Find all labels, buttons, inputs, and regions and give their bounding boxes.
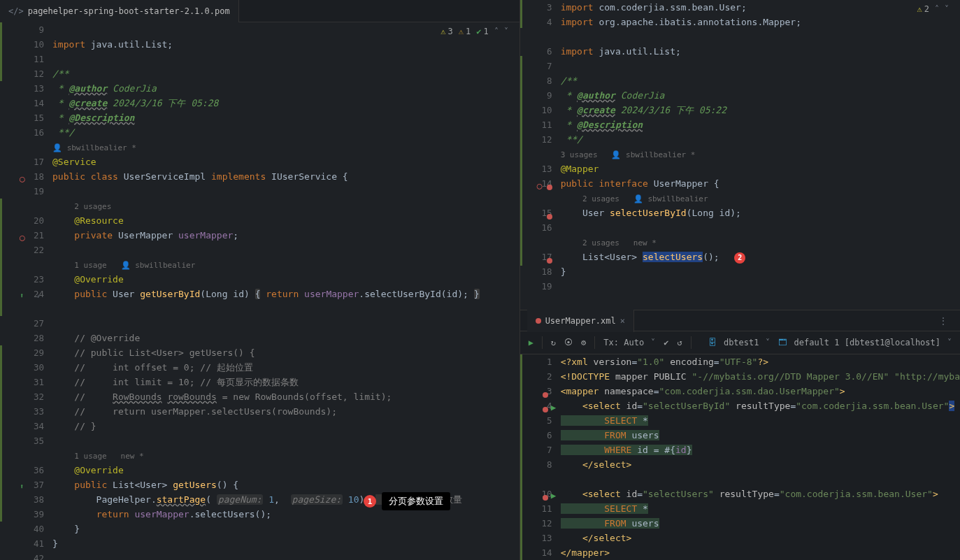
- tab-label: UserMapper.xml: [545, 316, 616, 326]
- callout-1-number: 1: [364, 495, 376, 508]
- left-code-editor[interactable]: ⚠3 ⚠1 ✔1 ˄ ˅ 9 10 11 12 13 14 15 16 1: [0, 22, 520, 560]
- tab-pom-file[interactable]: </> pagehelper-spring-boot-starter-2.1.0…: [0, 0, 239, 22]
- rollback-icon[interactable]: ⦿: [564, 338, 573, 347]
- right-pane: ⚠2 ˄ ˅ 3 4 6 7 8 9 10 11 12 13 14 ◯: [520, 0, 960, 560]
- console-icon: 🗔: [778, 338, 787, 347]
- console-dropdown[interactable]: 🗔default 1 [dbtest1@localhost] ˅: [778, 338, 952, 347]
- ide-root: </> pagehelper-spring-boot-starter-2.1.0…: [0, 0, 960, 560]
- left-gutter[interactable]: 9 10 11 12 13 14 15 16 17 18 ◯ 19 20 21 …: [0, 22, 51, 560]
- xml-code-area[interactable]: <?xml version="1.0" encoding="UTF-8"?> <…: [559, 354, 960, 560]
- xml-tab-bar: UserMapper.xml × ⋮: [520, 310, 960, 331]
- left-inspection-widget[interactable]: ⚠3 ⚠1 ✔1 ˄ ˅: [440, 27, 508, 36]
- xml-file-icon: </>: [8, 6, 24, 16]
- warning-icon: ⚠: [440, 27, 445, 36]
- right-inspection-widget[interactable]: ⚠2 ˄ ˅: [917, 4, 949, 14]
- xml-code-editor[interactable]: 1 2 3 4 ▶ 5 6 7 8 10 ▶ 11 12 13 14 <?xm: [520, 354, 960, 560]
- callout-1: 1 分页参数设置: [364, 492, 450, 510]
- database-icon: 🗄: [708, 338, 717, 347]
- nav-up-icon[interactable]: ˄: [935, 4, 939, 14]
- history-icon[interactable]: ↻: [551, 338, 556, 347]
- nav-down-icon[interactable]: ˅: [945, 4, 949, 14]
- run-icon[interactable]: ▶: [529, 338, 533, 347]
- left-tab-bar: </> pagehelper-spring-boot-starter-2.1.0…: [0, 0, 520, 22]
- run-sql-icon[interactable]: ▶: [551, 400, 557, 415]
- left-editor-pane: </> pagehelper-spring-boot-starter-2.1.0…: [0, 0, 520, 560]
- tx-mode-dropdown[interactable]: Tx: Auto ˅: [603, 338, 655, 347]
- nav-down-icon[interactable]: ˅: [504, 27, 508, 36]
- close-tab-icon[interactable]: ×: [620, 316, 625, 326]
- left-code-area[interactable]: import java.util.List; /** * @author Cod…: [51, 22, 520, 560]
- right-gutter[interactable]: 3 4 6 7 8 9 10 11 12 13 14 ◯ 15 16 17 18: [520, 0, 559, 310]
- warning-icon: ⚠: [917, 4, 922, 14]
- ok-icon: ✔: [476, 27, 481, 36]
- run-sql-icon[interactable]: ▶: [551, 488, 557, 503]
- sql-toolbar: ▶ ↻ ⦿ ⚙ Tx: Auto ˅ ✔ ↺ 🗄dbtest1 ˅ 🗔defau…: [520, 331, 960, 354]
- override-icon[interactable]: ⬆: [20, 479, 24, 494]
- override-icon[interactable]: ⬆: [20, 288, 24, 303]
- right-top-editor[interactable]: ⚠2 ˄ ˅ 3 4 6 7 8 9 10 11 12 13 14 ◯: [520, 0, 960, 310]
- callout-2-number: 2: [734, 252, 745, 264]
- xml-file-icon: [536, 316, 541, 326]
- weak-warning-icon: ⚠: [459, 27, 464, 36]
- nav-up-icon[interactable]: ˄: [494, 27, 499, 36]
- tab-usermapper-xml[interactable]: UserMapper.xml ×: [527, 310, 634, 332]
- tab-menu-icon[interactable]: ⋮: [939, 316, 953, 326]
- tab-label: pagehelper-spring-boot-starter-2.1.0.pom: [28, 6, 230, 16]
- xml-gutter[interactable]: 1 2 3 4 ▶ 5 6 7 8 10 ▶ 11 12 13 14: [520, 354, 559, 560]
- callout-1-label: 分页参数设置: [382, 492, 450, 510]
- commit-icon[interactable]: ✔: [664, 338, 668, 347]
- settings-icon[interactable]: ⚙: [581, 338, 586, 347]
- right-bottom-editor: UserMapper.xml × ⋮ ▶ ↻ ⦿ ⚙ Tx: Auto ˅ ✔ …: [520, 310, 960, 560]
- right-code-area[interactable]: import com.coderjia.ssm.bean.User; impor…: [559, 0, 960, 310]
- rollback2-icon[interactable]: ↺: [677, 338, 682, 347]
- datasource-dropdown[interactable]: 🗄dbtest1 ˅: [708, 338, 771, 347]
